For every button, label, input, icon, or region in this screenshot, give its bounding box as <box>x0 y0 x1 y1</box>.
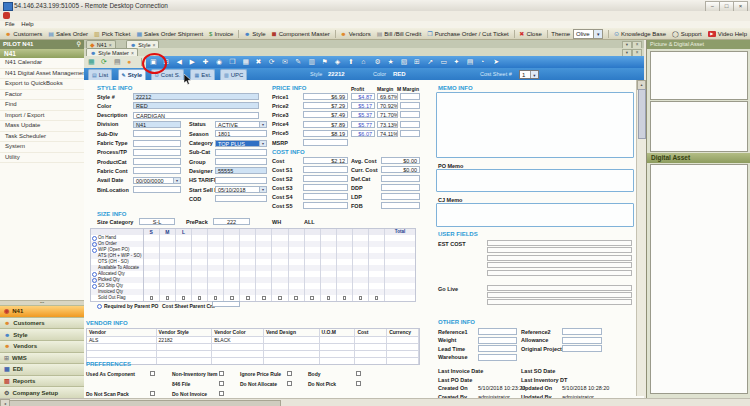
sidebar-nav-vendors[interactable]: ☻Vendors <box>0 340 84 352</box>
sidebar-item-factor[interactable]: Factor <box>0 90 84 101</box>
sold-out-checkbox[interactable] <box>262 296 266 300</box>
copy-icon[interactable]: ❐ <box>229 58 235 66</box>
prepack-field[interactable]: 222 <box>213 218 250 225</box>
record-icon[interactable]: ● <box>127 58 131 66</box>
sidebar-item-find[interactable]: Find <box>0 100 84 111</box>
pref-checkbox-846-file[interactable] <box>219 381 224 386</box>
field-season[interactable]: 1801 <box>215 130 267 137</box>
sold-out-checkbox[interactable] <box>198 296 202 300</box>
toolbar-button-customers[interactable]: ☻Customers <box>2 29 45 39</box>
sidebar-nav-n41[interactable]: ◉N41 <box>0 305 84 317</box>
field-category[interactable]: TOP PLUS▾ <box>215 140 267 147</box>
field-cost-s1[interactable] <box>303 166 348 173</box>
sidebar-section-header[interactable]: N41 <box>0 49 84 58</box>
pref-checkbox-body[interactable] <box>356 371 361 376</box>
menu-help[interactable]: Help <box>21 21 33 28</box>
support-button[interactable]: ◯Support <box>669 29 705 39</box>
field-cost-s2[interactable] <box>303 175 348 182</box>
toolbar-button-sales-order[interactable]: ▤Sales Order <box>45 29 91 39</box>
digital-asset-box[interactable] <box>650 164 748 394</box>
subtab-est-[interactable]: ▦Est. <box>190 69 215 80</box>
sidebar-item-system[interactable]: System <box>0 142 84 153</box>
field-reference2[interactable] <box>562 328 602 335</box>
toolbar-button-purchase-order-cut-ticket[interactable]: ❐Purchase Order / Cut Ticket <box>424 29 511 39</box>
field-price1-profit[interactable]: $4.87 <box>351 93 375 100</box>
send-icon[interactable]: ➤ <box>493 58 499 66</box>
sidebar-nav-style[interactable]: ☻Style <box>0 328 84 340</box>
video-help-button[interactable]: ▶Video Help <box>705 29 750 39</box>
report-icon[interactable]: ▤ <box>114 58 121 66</box>
field-price5-mmargin[interactable] <box>400 130 420 137</box>
field-lead-time[interactable] <box>478 345 517 352</box>
edit-icon[interactable]: ✎ <box>295 58 301 66</box>
field-price3-margin[interactable]: 71.70% <box>377 111 398 118</box>
size-grid-cell[interactable] <box>337 295 353 301</box>
subtab-upc[interactable]: ▥UPC <box>220 69 247 80</box>
sold-out-checkbox[interactable] <box>359 296 363 300</box>
sold-out-checkbox[interactable] <box>230 296 234 300</box>
horizontal-scroll-thumb[interactable] <box>9 400 281 406</box>
sidebar-item-n41-digital-asset-management[interactable]: N41 Digital Asset Management <box>0 69 84 80</box>
sidebar-nav-customers[interactable]: ☻Customers <box>0 317 84 329</box>
vendor-row[interactable] <box>87 357 419 364</box>
field-hs-tariff[interactable] <box>215 177 267 184</box>
field-price4[interactable]: $7.89 <box>303 121 348 128</box>
sidebar-item-mass-update[interactable]: Mass Update <box>0 121 84 132</box>
pref-checkbox-do-not-invoice[interactable] <box>219 391 224 396</box>
calc-icon[interactable]: ⊞ <box>414 58 420 66</box>
search-icon[interactable] <box>97 304 102 309</box>
refresh-icon[interactable]: ⟳ <box>269 58 275 66</box>
toolbar-button-vendors[interactable]: ☻Vendors <box>337 29 373 39</box>
pref-checkbox-do-not-scan-pack[interactable] <box>150 391 155 396</box>
field-price1[interactable]: $6.99 <box>303 93 348 100</box>
pin-icon[interactable]: ⚲ <box>77 40 81 49</box>
horizontal-scrollbar[interactable]: ◂ <box>0 398 750 406</box>
field-process-tp[interactable] <box>133 149 181 156</box>
memo-textarea[interactable] <box>436 92 634 158</box>
user-field[interactable] <box>487 247 632 253</box>
field-avail-date[interactable]: 00/00/0000▾ <box>133 177 181 184</box>
cj-memo-textarea[interactable] <box>436 203 634 227</box>
cost-sheet-parent-cnt-field[interactable] <box>212 301 240 307</box>
size-grid-cell[interactable] <box>160 295 176 301</box>
next-icon[interactable]: ▶ <box>190 58 195 66</box>
subtab-style[interactable]: ✎Style <box>118 69 147 80</box>
lock-icon[interactable]: ◈ <box>335 58 340 66</box>
sidebar-item-utility[interactable]: Utility <box>0 153 84 164</box>
home-icon[interactable]: ⌂ <box>361 58 365 66</box>
sold-out-checkbox[interactable] <box>375 296 379 300</box>
size-grid-cell[interactable] <box>305 295 321 301</box>
field-reference1[interactable] <box>478 328 517 335</box>
field-def-cat[interactable] <box>381 175 420 182</box>
digital-asset-header[interactable]: Digital Asset <box>647 153 750 163</box>
sold-out-checkbox[interactable] <box>310 296 314 300</box>
field-price3-profit[interactable]: $5.37 <box>351 111 375 118</box>
picture-panel-header[interactable]: Picture & Digital Asset <box>647 40 750 49</box>
field-cost-s3[interactable] <box>303 184 348 191</box>
sold-out-checkbox[interactable] <box>294 296 298 300</box>
mail-icon[interactable]: ✉ <box>282 58 288 66</box>
theme-select[interactable]: Olive▾ <box>573 29 603 39</box>
refresh-icon[interactable]: ⟳ <box>101 58 107 66</box>
pref-checkbox-do-not-allocate[interactable] <box>287 381 292 386</box>
field-designer[interactable]: 55555 <box>215 167 267 174</box>
knowledge-base-button[interactable]: ⊙Knowledge Base <box>611 29 669 39</box>
field-cod[interactable] <box>215 195 267 202</box>
prev-icon[interactable]: ◀ <box>176 58 181 66</box>
field-fabric-type[interactable] <box>133 140 181 147</box>
size-grid-cell[interactable] <box>289 295 305 301</box>
field-ddp[interactable] <box>381 184 420 191</box>
vendor-row[interactable] <box>87 343 419 350</box>
sidebar-nav-wms[interactable]: ⊞WMS <box>0 352 84 364</box>
subtab-list[interactable]: ▤List <box>88 69 112 80</box>
field-price2[interactable]: $7.29 <box>303 102 348 109</box>
user-field[interactable] <box>487 270 632 276</box>
field-price2-mmargin[interactable] <box>400 102 420 109</box>
field-allowance[interactable] <box>562 337 602 344</box>
camera-icon[interactable]: ◉ <box>216 58 222 66</box>
field-sub-div[interactable] <box>133 130 181 137</box>
field-color[interactable]: RED <box>133 102 259 109</box>
user-field[interactable] <box>487 285 632 291</box>
upload-icon[interactable]: ⬆ <box>348 58 354 66</box>
grid-icon[interactable]: ▦ <box>88 58 95 66</box>
